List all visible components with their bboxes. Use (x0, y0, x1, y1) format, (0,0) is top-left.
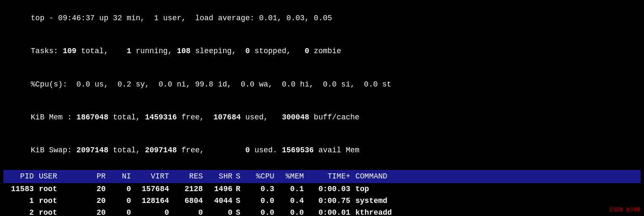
cell-time: 0:00.01 (307, 207, 354, 216)
watermark: CSDN @川峰 (610, 206, 641, 214)
table-row: 1 root 20 0 128164 6804 4044 S 0.0 0.4 0… (3, 195, 641, 207)
cell-cmd: systemd (354, 195, 438, 206)
swap-free: 2097148 (145, 146, 177, 154)
cpu-line-text: %Cpu(s): 0.0 us, 0.2 sy, 0.0 ni, 99.8 id… (31, 80, 391, 89)
summary-line1-text: top - 09:46:37 up 32 min, 1 user, load a… (31, 14, 332, 22)
cell-cmd: top (354, 184, 438, 194)
cell-pr: 20 (84, 207, 109, 216)
cell-pr: 20 (84, 195, 109, 206)
cell-res: 0 (172, 207, 206, 216)
swap-label: KiB Swap: (31, 146, 76, 154)
summary-section: top - 09:46:37 up 32 min, 1 user, load a… (3, 2, 641, 167)
cell-s: S (236, 195, 246, 206)
mem-free: 1459316 (145, 113, 177, 122)
tasks-total: 109 (63, 47, 76, 55)
table-row: 11583 root 20 0 157684 2128 1496 R 0.3 0… (3, 183, 641, 195)
cell-ni: 0 (109, 195, 134, 206)
header-shr: SHR (206, 171, 236, 182)
swap-mid3: used. (250, 146, 282, 154)
table-header: PID USER PR NI VIRT RES SHR S %CPU %MEM … (3, 170, 641, 183)
cell-pr: 20 (84, 184, 109, 194)
summary-line-3: %Cpu(s): 0.0 us, 0.2 sy, 0.0 ni, 99.8 id… (3, 68, 641, 101)
cell-ni: 0 (109, 207, 134, 216)
cell-cpu: 0.0 (246, 207, 278, 216)
mem-mid1: total, (108, 113, 145, 122)
cell-cpu: 0.3 (246, 184, 278, 194)
cell-virt: 128164 (134, 195, 172, 206)
tasks-zombie: 0 (305, 47, 309, 55)
cell-res: 2128 (172, 184, 206, 194)
cell-shr: 1496 (206, 184, 236, 194)
header-res: RES (172, 171, 206, 182)
swap-total: 2097148 (76, 146, 109, 154)
mem-suffix: buff/cache (309, 113, 360, 122)
swap-suffix: avail Mem (314, 146, 360, 154)
tasks-mid1: total, (76, 47, 127, 55)
header-ni: NI (109, 171, 134, 182)
cell-shr: 4044 (206, 195, 236, 206)
tasks-running: 1 (127, 47, 131, 55)
process-table: PID USER PR NI VIRT RES SHR S %CPU %MEM … (3, 170, 641, 216)
cell-user: root (37, 184, 84, 194)
mem-mid2: free, (177, 113, 213, 122)
summary-line-1: top - 09:46:37 up 32 min, 1 user, load a… (3, 2, 641, 35)
terminal: top - 09:46:37 up 32 min, 1 user, load a… (3, 2, 641, 216)
cell-s: R (236, 184, 246, 194)
mem-label: KiB Mem : (31, 113, 76, 122)
header-s: S (236, 171, 246, 182)
header-cpu: %CPU (246, 171, 278, 182)
swap-mid1: total, (108, 146, 145, 154)
cell-pid: 2 (3, 207, 37, 216)
cell-pid: 1 (3, 195, 37, 206)
cell-virt: 157684 (134, 184, 172, 194)
cell-pid: 11583 (3, 184, 37, 194)
swap-used: 0 (246, 146, 250, 154)
tasks-stopped: 0 (246, 47, 250, 55)
swap-avail: 1569536 (282, 146, 314, 154)
mem-mid3: used, (241, 113, 282, 122)
tasks-mid4: stopped, (250, 47, 305, 55)
cell-mem: 0.4 (278, 195, 307, 206)
header-cmd: COMMAND (354, 171, 438, 182)
mem-used: 107684 (213, 113, 241, 122)
summary-line-5: KiB Swap: 2097148 total, 2097148 free, 0… (3, 134, 641, 167)
mem-buff: 300048 (282, 113, 309, 122)
cell-cmd: kthreadd (354, 207, 438, 216)
cell-virt: 0 (134, 207, 172, 216)
header-pr: PR (84, 171, 109, 182)
tasks-mid2: running, (131, 47, 177, 55)
summary-line-4: KiB Mem : 1867048 total, 1459316 free, 1… (3, 101, 641, 134)
header-mem: %MEM (278, 171, 307, 182)
header-virt: VIRT (134, 171, 172, 182)
swap-mid2: free, (177, 146, 246, 154)
tasks-suffix: zombie (309, 47, 341, 55)
header-user: USER (37, 171, 84, 182)
cell-mem: 0.0 (278, 207, 307, 216)
cell-shr: 0 (206, 207, 236, 216)
cell-s: S (236, 207, 246, 216)
cell-user: root (37, 207, 84, 216)
cell-time: 0:00.75 (307, 195, 354, 206)
cell-time: 0:00.03 (307, 184, 354, 194)
cell-ni: 0 (109, 184, 134, 194)
header-pid: PID (3, 171, 37, 182)
tasks-label: Tasks: (31, 47, 63, 55)
table-row: 2 root 20 0 0 0 0 S 0.0 0.0 0:00.01 kthr… (3, 207, 641, 216)
cell-res: 6804 (172, 195, 206, 206)
tasks-mid3: sleeping, (191, 47, 246, 55)
table-body: 11583 root 20 0 157684 2128 1496 R 0.3 0… (3, 183, 641, 216)
cell-cpu: 0.0 (246, 195, 278, 206)
cell-mem: 0.1 (278, 184, 307, 194)
summary-line-2: Tasks: 109 total, 1 running, 108 sleepin… (3, 35, 641, 68)
header-time: TIME+ (307, 171, 354, 182)
tasks-sleeping: 108 (177, 47, 191, 55)
mem-total: 1867048 (76, 113, 109, 122)
cell-user: root (37, 195, 84, 206)
